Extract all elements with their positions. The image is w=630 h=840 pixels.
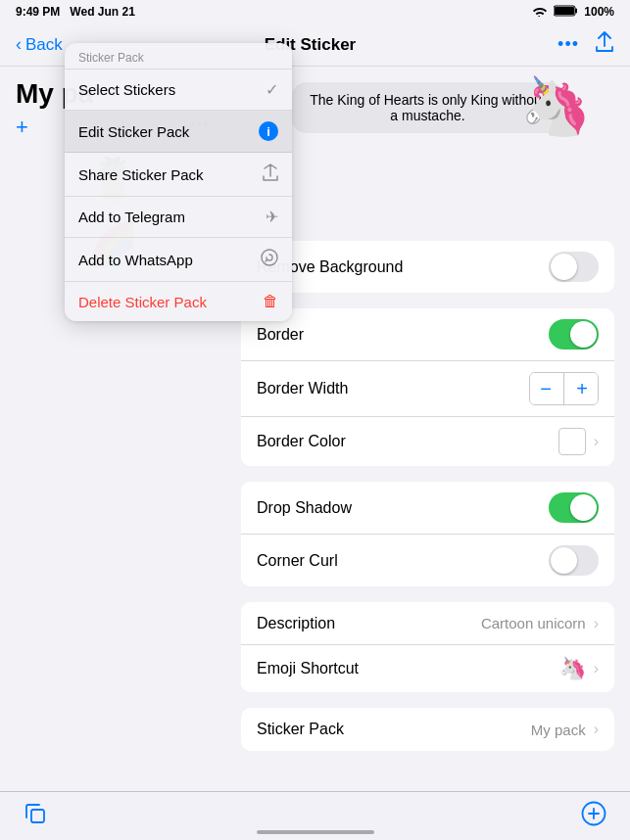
add-button[interactable] <box>581 801 606 832</box>
description-row[interactable]: Description Cartoon unicorn › <box>241 602 614 645</box>
emoji-shortcut-row[interactable]: Emoji Shortcut 🦄 › <box>241 645 614 692</box>
context-menu: Sticker Pack Select Stickers ✓ Edit Stic… <box>65 43 292 321</box>
edit-sticker-pack-label: Edit Sticker Pack <box>78 123 189 140</box>
status-time-date: 9:49 PM Wed Jun 21 <box>16 5 135 19</box>
svg-rect-1 <box>575 8 577 13</box>
description-label: Description <box>257 615 335 632</box>
back-button[interactable]: ‹ Back <box>16 34 63 55</box>
share-sticker-pack-label: Share Sticker Pack <box>78 166 204 183</box>
description-value: Cartoon unicorn <box>481 615 586 631</box>
status-date: Wed Jun 21 <box>70 5 134 19</box>
drop-shadow-row: Drop Shadow <box>241 482 614 535</box>
back-chevron-icon: ‹ <box>16 34 22 55</box>
battery-percentage: 100% <box>584 5 614 19</box>
status-bar: 9:49 PM Wed Jun 21 100% <box>0 0 630 23</box>
sticker-pack-value: My pack <box>531 722 586 738</box>
settings-section-sticker-pack: Sticker Pack My pack › <box>241 708 614 751</box>
description-right: Cartoon unicorn › <box>481 615 599 632</box>
border-color-row[interactable]: Border Color › <box>241 417 614 466</box>
context-menu-header: Sticker Pack <box>65 43 292 69</box>
telegram-icon: ✈ <box>257 208 278 226</box>
wifi-icon <box>532 5 548 20</box>
remove-background-row: Remove Background <box>241 241 614 293</box>
svg-rect-2 <box>555 7 574 15</box>
stepper-minus-button[interactable]: − <box>530 373 561 404</box>
drop-shadow-label: Drop Shadow <box>257 499 352 517</box>
info-icon: i <box>259 121 278 141</box>
share-button[interactable] <box>595 31 614 58</box>
color-swatch <box>558 428 586 455</box>
sticker-pack-chevron: › <box>594 721 599 738</box>
unicorn-sticker: 🦄 <box>520 72 591 139</box>
context-menu-select-stickers[interactable]: Select Stickers ✓ <box>65 70 292 111</box>
select-stickers-label: Select Stickers <box>78 81 175 98</box>
stepper-plus-button[interactable]: + <box>566 373 598 404</box>
corner-curl-label: Corner Curl <box>257 552 338 570</box>
corner-curl-toggle[interactable] <box>549 545 599 576</box>
border-width-stepper[interactable]: − + <box>529 372 599 405</box>
drop-shadow-toggle[interactable] <box>549 492 599 523</box>
battery-icon <box>554 5 578 20</box>
context-menu-edit-sticker-pack[interactable]: Edit Sticker Pack i <box>65 111 292 153</box>
settings-section-info: Description Cartoon unicorn › Emoji Shor… <box>241 602 614 692</box>
border-row: Border <box>241 308 614 361</box>
border-color-label: Border Color <box>257 433 346 450</box>
stepper-divider <box>563 373 564 404</box>
add-telegram-label: Add to Telegram <box>78 209 185 225</box>
context-menu-delete-sticker-pack[interactable]: Delete Sticker Pack 🗑 <box>65 282 292 321</box>
settings-section-border: Border Border Width − + Border Color › <box>241 308 614 466</box>
nav-right-actions: ••• <box>557 31 614 58</box>
home-indicator <box>257 830 374 834</box>
status-time: 9:49 PM <box>16 5 60 19</box>
corner-curl-toggle-thumb <box>551 547 577 574</box>
emoji-shortcut-chevron: › <box>594 660 599 677</box>
sticker-pack-right: My pack › <box>531 721 599 738</box>
border-toggle[interactable] <box>549 319 599 350</box>
share-up-icon <box>257 163 278 185</box>
sticker-pack-row[interactable]: Sticker Pack My pack › <box>241 708 614 751</box>
emoji-shortcut-label: Emoji Shortcut <box>257 660 359 677</box>
add-whatsapp-label: Add to WhatsApp <box>78 252 193 268</box>
emoji-shortcut-value: 🦄 <box>559 656 586 681</box>
remove-background-toggle[interactable] <box>549 252 599 282</box>
settings-section-background: Remove Background <box>241 241 614 293</box>
drop-shadow-toggle-thumb <box>570 494 597 521</box>
border-toggle-thumb <box>570 321 597 348</box>
border-width-label: Border Width <box>257 380 348 397</box>
back-label: Back <box>25 35 63 55</box>
toggle-thumb <box>551 254 577 280</box>
sticker-pack-label: Sticker Pack <box>257 721 344 738</box>
description-chevron: › <box>594 615 599 632</box>
emoji-shortcut-right: 🦄 › <box>559 656 599 681</box>
context-menu-share-sticker-pack[interactable]: Share Sticker Pack <box>65 153 292 197</box>
whatsapp-icon <box>257 249 278 270</box>
border-color-right: › <box>558 428 599 455</box>
settings-section-effects: Drop Shadow Corner Curl <box>241 482 614 586</box>
context-menu-add-telegram[interactable]: Add to Telegram ✈ <box>65 197 292 238</box>
delete-sticker-pack-label: Delete Sticker Pack <box>78 294 207 310</box>
border-width-row: Border Width − + <box>241 361 614 417</box>
trash-icon: 🗑 <box>257 293 278 310</box>
border-label: Border <box>257 326 304 344</box>
copy-button[interactable] <box>24 802 47 831</box>
context-menu-add-whatsapp[interactable]: Add to WhatsApp <box>65 238 292 282</box>
speech-bubble-text: The King of Hearts is only King without … <box>310 92 545 123</box>
plus-button[interactable]: + <box>16 115 28 140</box>
checkmark-icon: ✓ <box>257 80 278 99</box>
corner-curl-row: Corner Curl <box>241 535 614 586</box>
svg-point-6 <box>262 250 277 265</box>
border-color-chevron: › <box>594 433 599 450</box>
status-indicators: 100% <box>532 5 614 20</box>
svg-rect-7 <box>31 810 44 822</box>
more-options-button[interactable]: ••• <box>557 34 579 55</box>
